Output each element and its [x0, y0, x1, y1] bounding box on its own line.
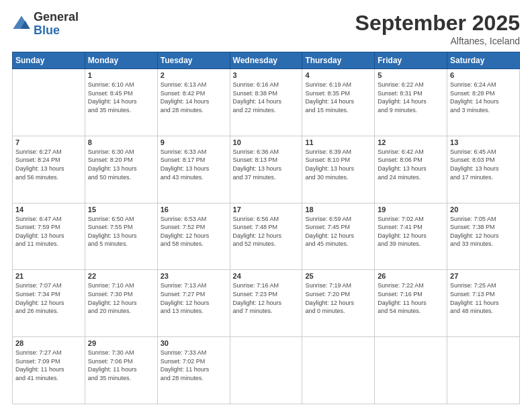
calendar-week-row: 21Sunrise: 7:07 AM Sunset: 7:34 PM Dayli…: [13, 270, 520, 337]
day-info: Sunrise: 7:27 AM Sunset: 7:09 PM Dayligh…: [15, 349, 82, 382]
day-info: Sunrise: 6:56 AM Sunset: 7:48 PM Dayligh…: [233, 215, 300, 248]
day-info: Sunrise: 6:27 AM Sunset: 8:24 PM Dayligh…: [15, 148, 82, 181]
day-info: Sunrise: 6:30 AM Sunset: 8:20 PM Dayligh…: [88, 148, 154, 181]
calendar-week-row: 28Sunrise: 7:27 AM Sunset: 7:09 PM Dayli…: [13, 337, 520, 404]
day-info: Sunrise: 6:10 AM Sunset: 8:45 PM Dayligh…: [88, 81, 154, 114]
day-info: Sunrise: 6:19 AM Sunset: 8:35 PM Dayligh…: [305, 81, 371, 114]
day-number: 22: [88, 272, 154, 280]
day-number: 16: [161, 205, 227, 214]
calendar-day-cell: 16Sunrise: 6:53 AM Sunset: 7:52 PM Dayli…: [157, 203, 230, 270]
page: General Blue September 2025 Alftanes, Ic…: [0, 0, 532, 411]
calendar-week-row: 1Sunrise: 6:10 AM Sunset: 8:45 PM Daylig…: [13, 69, 520, 136]
calendar-day-header: Tuesday: [157, 52, 230, 69]
calendar-week-row: 7Sunrise: 6:27 AM Sunset: 8:24 PM Daylig…: [13, 136, 520, 203]
calendar-day-cell: 27Sunrise: 7:25 AM Sunset: 7:13 PM Dayli…: [447, 270, 520, 337]
calendar-day-cell: 15Sunrise: 6:50 AM Sunset: 7:55 PM Dayli…: [85, 203, 157, 270]
calendar-day-header: Friday: [375, 52, 447, 69]
day-info: Sunrise: 6:22 AM Sunset: 8:31 PM Dayligh…: [378, 81, 444, 114]
day-number: 15: [88, 205, 154, 214]
calendar-week-row: 14Sunrise: 6:47 AM Sunset: 7:59 PM Dayli…: [13, 203, 520, 270]
calendar-day-cell: 9Sunrise: 6:33 AM Sunset: 8:17 PM Daylig…: [157, 136, 230, 203]
calendar-day-cell: 3Sunrise: 6:16 AM Sunset: 8:38 PM Daylig…: [230, 69, 302, 136]
calendar-day-cell: 6Sunrise: 6:24 AM Sunset: 8:28 PM Daylig…: [447, 69, 520, 136]
day-info: Sunrise: 6:39 AM Sunset: 8:10 PM Dayligh…: [305, 148, 371, 181]
calendar-empty-cell: [230, 337, 302, 404]
day-number: 23: [161, 272, 227, 280]
calendar-day-cell: 11Sunrise: 6:39 AM Sunset: 8:10 PM Dayli…: [302, 136, 375, 203]
day-info: Sunrise: 6:16 AM Sunset: 8:38 PM Dayligh…: [233, 81, 300, 114]
day-info: Sunrise: 7:16 AM Sunset: 7:23 PM Dayligh…: [233, 281, 300, 315]
calendar-day-header: Saturday: [447, 52, 520, 69]
day-number: 3: [233, 71, 300, 79]
day-number: 4: [305, 71, 371, 79]
day-info: Sunrise: 6:36 AM Sunset: 8:13 PM Dayligh…: [233, 148, 300, 181]
calendar-day-cell: 7Sunrise: 6:27 AM Sunset: 8:24 PM Daylig…: [13, 136, 85, 203]
logo-icon: [12, 15, 31, 34]
day-info: Sunrise: 6:50 AM Sunset: 7:55 PM Dayligh…: [88, 215, 154, 248]
calendar-day-header: Thursday: [302, 52, 375, 69]
logo-general: General: [34, 11, 79, 24]
calendar-day-cell: 2Sunrise: 6:13 AM Sunset: 8:42 PM Daylig…: [157, 69, 230, 136]
day-number: 19: [378, 205, 444, 214]
calendar-table: SundayMondayTuesdayWednesdayThursdayFrid…: [12, 52, 520, 404]
calendar-day-cell: 1Sunrise: 6:10 AM Sunset: 8:45 PM Daylig…: [85, 69, 157, 136]
calendar-day-cell: 17Sunrise: 6:56 AM Sunset: 7:48 PM Dayli…: [230, 203, 302, 270]
day-number: 5: [378, 71, 444, 79]
calendar-day-cell: 19Sunrise: 7:02 AM Sunset: 7:41 PM Dayli…: [375, 203, 447, 270]
day-info: Sunrise: 6:47 AM Sunset: 7:59 PM Dayligh…: [15, 215, 82, 248]
day-info: Sunrise: 6:59 AM Sunset: 7:45 PM Dayligh…: [305, 215, 371, 248]
day-number: 17: [233, 205, 300, 214]
day-info: Sunrise: 7:25 AM Sunset: 7:13 PM Dayligh…: [450, 281, 517, 315]
day-info: Sunrise: 7:19 AM Sunset: 7:20 PM Dayligh…: [305, 281, 371, 315]
day-number: 11: [305, 138, 371, 146]
calendar-day-cell: 5Sunrise: 6:22 AM Sunset: 8:31 PM Daylig…: [375, 69, 447, 136]
day-number: 26: [378, 272, 444, 280]
day-number: 13: [450, 138, 517, 146]
logo-blue: Blue: [34, 24, 79, 38]
day-number: 21: [15, 272, 82, 280]
calendar-empty-cell: [13, 69, 85, 136]
day-number: 9: [161, 138, 227, 146]
day-info: Sunrise: 7:05 AM Sunset: 7:38 PM Dayligh…: [450, 215, 517, 248]
calendar-day-cell: 22Sunrise: 7:10 AM Sunset: 7:30 PM Dayli…: [85, 270, 157, 337]
day-number: 28: [15, 339, 82, 347]
calendar-day-cell: 29Sunrise: 7:30 AM Sunset: 7:06 PM Dayli…: [85, 337, 157, 404]
day-info: Sunrise: 7:30 AM Sunset: 7:06 PM Dayligh…: [88, 349, 154, 382]
calendar-day-header: Sunday: [13, 52, 85, 69]
day-number: 24: [233, 272, 300, 280]
day-number: 30: [161, 339, 227, 347]
calendar-day-cell: 4Sunrise: 6:19 AM Sunset: 8:35 PM Daylig…: [302, 69, 375, 136]
day-number: 14: [15, 205, 82, 214]
day-info: Sunrise: 6:33 AM Sunset: 8:17 PM Dayligh…: [161, 148, 227, 181]
day-info: Sunrise: 7:10 AM Sunset: 7:30 PM Dayligh…: [88, 281, 154, 315]
calendar-day-cell: 26Sunrise: 7:22 AM Sunset: 7:16 PM Dayli…: [375, 270, 447, 337]
day-number: 18: [305, 205, 371, 214]
day-number: 27: [450, 272, 517, 280]
day-info: Sunrise: 7:13 AM Sunset: 7:27 PM Dayligh…: [161, 281, 227, 315]
day-number: 1: [88, 71, 154, 79]
day-number: 20: [450, 205, 517, 214]
logo-text: General Blue: [34, 11, 79, 38]
calendar-day-cell: 14Sunrise: 6:47 AM Sunset: 7:59 PM Dayli…: [13, 203, 85, 270]
day-info: Sunrise: 6:24 AM Sunset: 8:28 PM Dayligh…: [450, 81, 517, 114]
calendar-day-cell: 25Sunrise: 7:19 AM Sunset: 7:20 PM Dayli…: [302, 270, 375, 337]
header: General Blue September 2025 Alftanes, Ic…: [12, 11, 520, 46]
day-info: Sunrise: 7:07 AM Sunset: 7:34 PM Dayligh…: [15, 281, 82, 315]
day-number: 10: [233, 138, 300, 146]
day-info: Sunrise: 6:45 AM Sunset: 8:03 PM Dayligh…: [450, 148, 517, 181]
calendar-day-header: Monday: [85, 52, 157, 69]
calendar-day-cell: 12Sunrise: 6:42 AM Sunset: 8:06 PM Dayli…: [375, 136, 447, 203]
day-info: Sunrise: 7:33 AM Sunset: 7:02 PM Dayligh…: [161, 349, 227, 382]
calendar-empty-cell: [302, 337, 375, 404]
calendar-day-cell: 23Sunrise: 7:13 AM Sunset: 7:27 PM Dayli…: [157, 270, 230, 337]
calendar-day-cell: 10Sunrise: 6:36 AM Sunset: 8:13 PM Dayli…: [230, 136, 302, 203]
calendar-empty-cell: [375, 337, 447, 404]
calendar-day-cell: 8Sunrise: 6:30 AM Sunset: 8:20 PM Daylig…: [85, 136, 157, 203]
calendar-day-cell: 24Sunrise: 7:16 AM Sunset: 7:23 PM Dayli…: [230, 270, 302, 337]
calendar-day-cell: 28Sunrise: 7:27 AM Sunset: 7:09 PM Dayli…: [13, 337, 85, 404]
day-info: Sunrise: 6:13 AM Sunset: 8:42 PM Dayligh…: [161, 81, 227, 114]
day-info: Sunrise: 7:22 AM Sunset: 7:16 PM Dayligh…: [378, 281, 444, 315]
logo: General Blue: [12, 11, 79, 38]
calendar-day-cell: 21Sunrise: 7:07 AM Sunset: 7:34 PM Dayli…: [13, 270, 85, 337]
calendar-empty-cell: [447, 337, 520, 404]
